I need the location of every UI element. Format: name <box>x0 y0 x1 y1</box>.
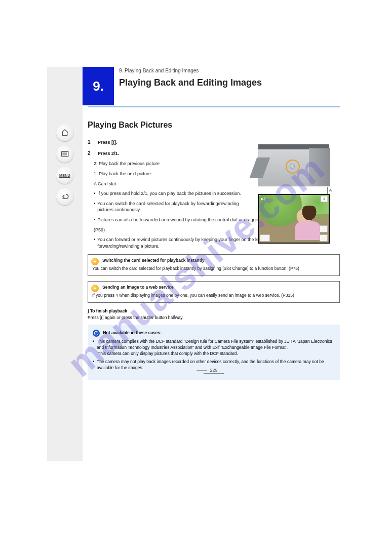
step-2-right: 1: Play back the next picture <box>94 171 252 177</box>
tip-box-slot-change: ✦ Switching the card selected for playba… <box>88 254 340 276</box>
section-heading: Playing Back Pictures <box>88 120 340 131</box>
na-item-0: This camera complies with the DCF standa… <box>93 338 335 351</box>
tip1-body: You can switch the card selected for pla… <box>92 266 335 271</box>
callout-a-marker: A <box>329 188 332 192</box>
playback-indicator-icon: ▶❘ <box>261 197 266 201</box>
lightbulb-icon: ✦ <box>91 285 99 292</box>
finish-playback: ∫ To finish playback Press [(] again or … <box>88 308 340 321</box>
bullet-0: •If you press and hold 2/1, you can play… <box>94 190 252 197</box>
lightbulb-icon: ✦ <box>91 258 99 265</box>
svg-line-5 <box>95 332 98 334</box>
page-number-underline <box>204 373 224 374</box>
chapter-title: Playing Back and Editing Images <box>119 77 262 88</box>
chapter-kicker: 9. Playing Back and Editing Images <box>119 68 262 73</box>
camera-back-figure <box>258 148 330 186</box>
chapter-header: 9. 9. Playing Back and Editing Images Pl… <box>83 67 345 105</box>
page-content: 9. 9. Playing Back and Editing Images Pl… <box>83 67 345 380</box>
home-icon[interactable] <box>56 124 73 141</box>
delete-icon <box>320 234 328 242</box>
bullet-1: •You can switch the card selected for pl… <box>94 201 252 213</box>
chapter-number-badge: 9. <box>83 67 114 105</box>
disabled-icon <box>93 330 100 337</box>
page-number: 229 <box>210 368 217 373</box>
tip1-title: Switching the card selected for playback… <box>102 258 205 263</box>
slot-icon <box>260 234 270 242</box>
step-2: 2 Press 2/1. <box>88 150 252 157</box>
finish-body: Press [(] again or press the shutter but… <box>88 314 340 321</box>
back-icon[interactable] <box>56 188 73 205</box>
tip2-title: Sending an image to a web service <box>102 285 174 290</box>
photo-counter-badge: 1 <box>321 196 328 202</box>
not-available-title: Not available in these cases: <box>103 330 162 335</box>
playback-screen-figure: ▶❘ 1 <box>258 194 330 244</box>
finish-title: ∫ To finish playback <box>88 308 340 314</box>
menu-icon[interactable]: MENU <box>56 167 73 184</box>
step-1: 1 Press [(]. <box>88 139 252 146</box>
tip2-body: If you press 4 when displaying images on… <box>92 293 335 298</box>
list-icon[interactable] <box>56 145 73 163</box>
tip-box-web-service: ✦ Sending an image to a web service If y… <box>88 281 340 303</box>
callout-leader <box>327 187 328 194</box>
step-2-left: 2: Play back the previous picture <box>94 161 252 167</box>
sidebar-icon-stack: MENU <box>56 124 74 205</box>
grid-icon <box>320 225 328 232</box>
na-item-1: This camera can only display pictures th… <box>98 350 335 357</box>
callout-a-label: A Card slot <box>94 181 252 187</box>
